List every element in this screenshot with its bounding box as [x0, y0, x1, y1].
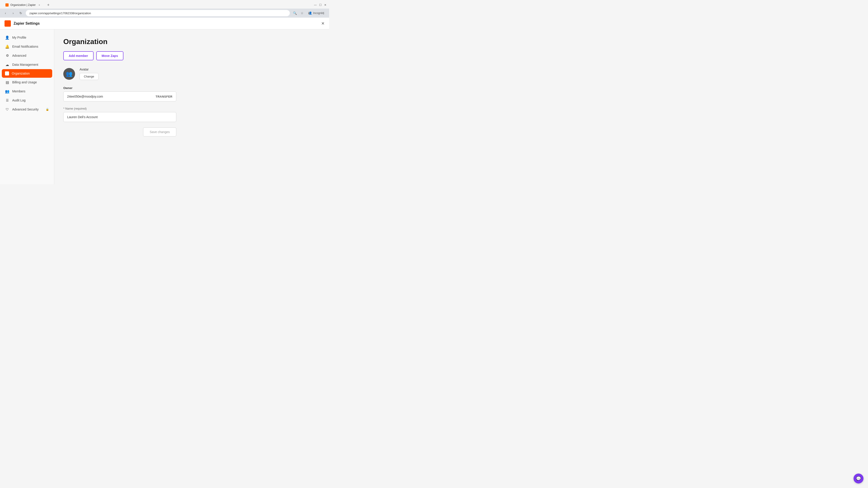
address-input[interactable] [26, 10, 290, 16]
sidebar-label-billing-and-usage: Billing and Usage [12, 80, 37, 84]
owner-input-wrapper: TRANSFER [63, 92, 176, 101]
sidebar-label-advanced-security: Advanced Security [12, 107, 39, 111]
profile-icon: 👤 [5, 35, 9, 40]
bell-icon: 🔔 [5, 44, 9, 49]
forward-button[interactable]: › [10, 10, 16, 16]
action-buttons: Add member Move Zaps [63, 51, 320, 60]
name-label: * Name (required) [63, 107, 320, 110]
sidebar-item-billing-and-usage[interactable]: ▤ Billing and Usage [2, 78, 52, 87]
app-title: Zapier Settings [13, 22, 40, 26]
change-avatar-button[interactable]: Change [80, 73, 98, 80]
browser-actions: 🔍 ☆ 🖥 👤 Incognito ⋮ [292, 10, 327, 16]
name-field-section: * Name (required) [63, 107, 320, 122]
sidebar-item-audit-log[interactable]: ☰ Audit Log [2, 96, 52, 105]
move-zaps-button[interactable]: Move Zaps [96, 51, 123, 60]
cloud-icon: ☁ [5, 62, 9, 67]
sidebar-label-email-notifications: Email Notifications [12, 45, 38, 48]
sidebar: 👤 My Profile 🔔 Email Notifications ⚙ Adv… [0, 29, 54, 184]
sidebar-label-organization: Organization [12, 72, 30, 75]
sidebar-item-organization[interactable]: Organization [2, 69, 52, 78]
browser-tab[interactable]: Organization | Zapier × [2, 1, 44, 8]
menu-icon[interactable]: ⋮ [321, 10, 327, 16]
app-header-left: Zapier Settings [4, 20, 40, 27]
avatar-icon: 👥 [66, 71, 72, 77]
add-member-button[interactable]: Add member [63, 51, 94, 60]
close-window-button[interactable]: ✕ [324, 3, 327, 6]
avatar: 👥 [63, 68, 75, 80]
maximize-button[interactable]: ☐ [319, 3, 322, 6]
transfer-link[interactable]: TRANSFER [156, 95, 173, 98]
save-changes-button[interactable]: Save changes [143, 127, 176, 136]
page-title: Organization [63, 37, 320, 46]
zapier-logo [4, 20, 11, 27]
owner-field-section: Owner TRANSFER [63, 86, 320, 101]
refresh-button[interactable]: ↻ [18, 10, 24, 16]
browser-chrome: Organization | Zapier × + — ☐ ✕ ‹ › ↻ 🔍 … [0, 0, 329, 18]
owner-input[interactable] [67, 95, 156, 98]
org-icon [5, 71, 9, 75]
close-app-button[interactable]: ✕ [321, 21, 324, 26]
settings-icon: ⚙ [5, 53, 9, 58]
app-header: Zapier Settings ✕ [0, 18, 329, 29]
shield-icon: 🛡 [5, 107, 9, 111]
tab-favicon [5, 3, 8, 6]
incognito-avatar: 👤 [309, 11, 312, 15]
sidebar-item-advanced-security[interactable]: 🛡 Advanced Security 🔒 [2, 105, 52, 114]
browser-title-bar: Organization | Zapier × + — ☐ ✕ [0, 0, 329, 8]
search-icon[interactable]: 🔍 [292, 10, 298, 16]
new-tab-button[interactable]: + [45, 2, 52, 8]
sidebar-item-advanced[interactable]: ⚙ Advanced [2, 51, 52, 60]
sidebar-item-email-notifications[interactable]: 🔔 Email Notifications [2, 42, 52, 51]
avatar-right: Avatar Change [80, 68, 98, 80]
address-bar: ‹ › ↻ 🔍 ☆ 🖥 👤 Incognito ⋮ [0, 8, 329, 18]
minimize-button[interactable]: — [314, 3, 317, 6]
billing-icon: ▤ [5, 80, 9, 85]
tab-close-button[interactable]: × [37, 3, 41, 7]
content-area: Organization Add member Move Zaps 👥 Avat… [54, 29, 329, 184]
sidebar-label-data-management: Data Management [12, 63, 38, 66]
avatar-section: 👥 Avatar Change [63, 68, 320, 80]
sidebar-label-members: Members [12, 90, 25, 93]
name-input[interactable] [67, 115, 173, 119]
sidebar-label-audit-log: Audit Log [12, 98, 26, 102]
sidebar-item-my-profile[interactable]: 👤 My Profile [2, 33, 52, 42]
members-icon: 👥 [5, 89, 9, 94]
main-layout: 👤 My Profile 🔔 Email Notifications ⚙ Adv… [0, 29, 329, 184]
app-container: Zapier Settings ✕ 👤 My Profile 🔔 Email N… [0, 18, 329, 184]
sidebar-item-data-management[interactable]: ☁ Data Management [2, 60, 52, 69]
tab-title: Organization | Zapier [10, 3, 36, 6]
incognito-button[interactable]: 👤 Incognito [314, 10, 319, 16]
owner-label: Owner [63, 86, 320, 90]
sidebar-item-members[interactable]: 👥 Members [2, 87, 52, 96]
name-input-wrapper [63, 112, 176, 122]
sidebar-label-advanced: Advanced [12, 54, 26, 57]
lock-icon: 🔒 [46, 108, 49, 111]
back-button[interactable]: ‹ [3, 10, 8, 16]
sidebar-label-my-profile: My Profile [12, 36, 26, 39]
audit-icon: ☰ [5, 98, 9, 103]
avatar-label: Avatar [80, 68, 98, 71]
save-button-container: Save changes [63, 127, 176, 136]
bookmark-icon[interactable]: ☆ [299, 10, 305, 16]
window-controls: — ☐ ✕ [314, 3, 327, 6]
